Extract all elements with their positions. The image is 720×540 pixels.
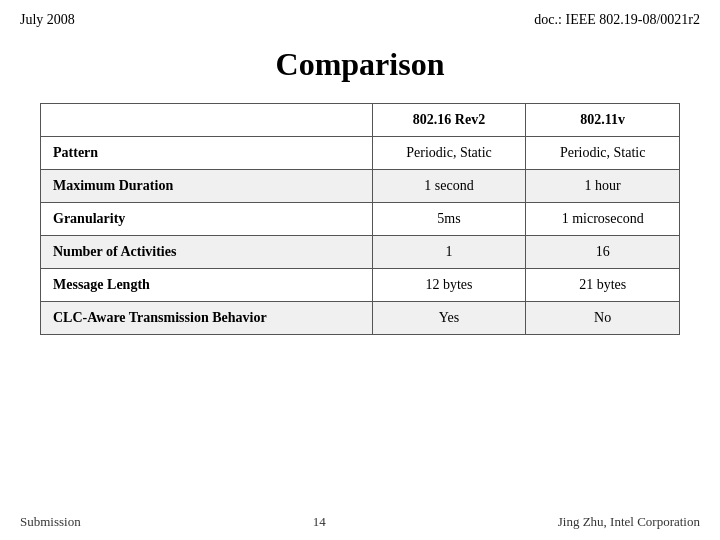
row-col1: 1 second [372,170,526,203]
col-header-80216: 802.16 Rev2 [372,104,526,137]
footer-author: Jing Zhu, Intel Corporation [558,514,700,530]
header-doc: doc.: IEEE 802.19-08/0021r2 [534,12,700,28]
table-row: Maximum Duration1 second1 hour [41,170,680,203]
row-col1: Yes [372,302,526,335]
row-label: Granularity [41,203,373,236]
header-date: July 2008 [20,12,75,28]
page-title: Comparison [20,46,700,83]
row-col2: No [526,302,680,335]
table-row: Number of Activities116 [41,236,680,269]
footer-submission: Submission [20,514,81,530]
row-label: Number of Activities [41,236,373,269]
row-col2: 1 hour [526,170,680,203]
row-col2: 16 [526,236,680,269]
comparison-table-container: 802.16 Rev2 802.11v PatternPeriodic, Sta… [0,103,720,335]
col-header-80211: 802.11v [526,104,680,137]
col-header-empty [41,104,373,137]
table-row: CLC-Aware Transmission BehaviorYesNo [41,302,680,335]
row-col2: 1 microsecond [526,203,680,236]
row-label: Message Length [41,269,373,302]
row-label: Pattern [41,137,373,170]
row-col2: Periodic, Static [526,137,680,170]
title-container: Comparison [0,36,720,103]
row-col1: 5ms [372,203,526,236]
row-col2: 21 bytes [526,269,680,302]
row-col1: 1 [372,236,526,269]
row-col1: 12 bytes [372,269,526,302]
comparison-table: 802.16 Rev2 802.11v PatternPeriodic, Sta… [40,103,680,335]
table-row: PatternPeriodic, StaticPeriodic, Static [41,137,680,170]
table-row: Granularity5ms1 microsecond [41,203,680,236]
table-row: Message Length12 bytes21 bytes [41,269,680,302]
row-col1: Periodic, Static [372,137,526,170]
page-footer: Submission 14 Jing Zhu, Intel Corporatio… [0,498,720,540]
row-label: Maximum Duration [41,170,373,203]
page-header: July 2008 doc.: IEEE 802.19-08/0021r2 [0,0,720,36]
row-label: CLC-Aware Transmission Behavior [41,302,373,335]
table-header-row: 802.16 Rev2 802.11v [41,104,680,137]
footer-page-number: 14 [313,514,326,530]
